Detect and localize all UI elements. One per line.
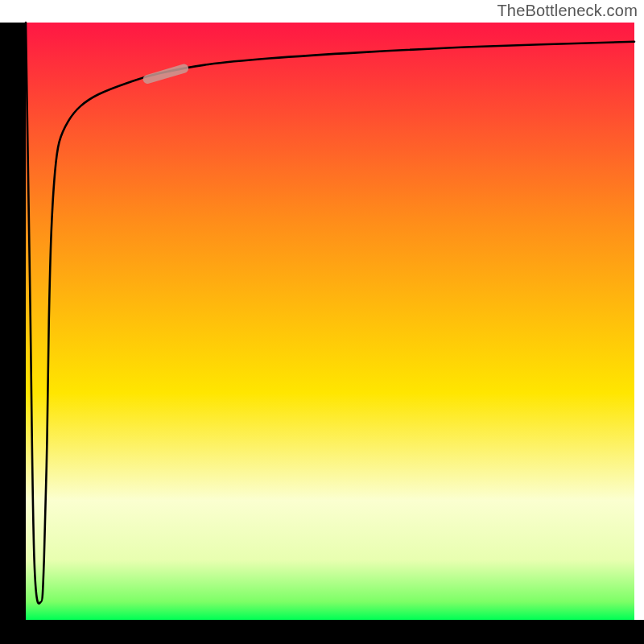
bottom-axis-bar — [0, 620, 644, 644]
plot-background — [26, 23, 634, 620]
chart-stage: TheBottleneck.com — [0, 0, 644, 644]
bottleneck-chart — [0, 0, 644, 644]
left-axis-bar — [0, 23, 26, 644]
watermark-text: TheBottleneck.com — [497, 2, 638, 20]
